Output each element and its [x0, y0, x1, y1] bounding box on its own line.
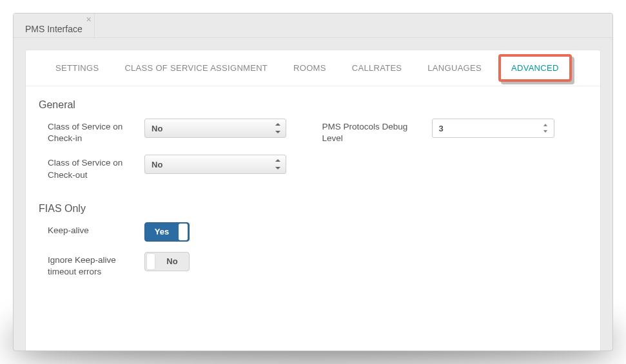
toggle-keepalive-value: Yes — [145, 227, 179, 236]
tab-rooms[interactable]: ROOMS — [284, 57, 335, 79]
tab-languages[interactable]: LANGUAGES — [418, 57, 491, 79]
window: PMS Interface × SETTINGS CLASS OF SERVIC… — [13, 13, 613, 351]
chevron-updown-icon — [275, 160, 280, 169]
nav-tabs: SETTINGS CLASS OF SERVICE ASSIGNMENT ROO… — [26, 50, 600, 86]
chevron-updown-icon — [275, 124, 280, 133]
highlight-advanced: ADVANCED — [498, 54, 572, 82]
content-panel: SETTINGS CLASS OF SERVICE ASSIGNMENT ROO… — [25, 50, 601, 351]
select-cos-checkin[interactable]: No — [144, 119, 286, 138]
label-ignore-keepalive: Ignore Keep-alive timeout errors — [48, 252, 144, 278]
tab-title: PMS Interface — [25, 24, 83, 34]
label-debug-level: PMS Protocols Debug Level — [322, 119, 432, 144]
section-fias-title: FIAS Only — [39, 203, 587, 215]
toggle-knob — [146, 253, 155, 270]
toggle-ignore-keepalive-value: No — [155, 256, 189, 266]
toggle-ignore-keepalive[interactable]: No — [144, 252, 190, 271]
spinner-updown-icon — [543, 124, 549, 133]
close-icon[interactable]: × — [86, 15, 92, 24]
tab-advanced[interactable]: ADVANCED — [509, 59, 562, 77]
window-tab-bar: PMS Interface × — [14, 14, 612, 38]
label-cos-checkin: Class of Service on Check-in — [48, 119, 144, 144]
label-keepalive: Keep-alive — [48, 222, 144, 236]
input-debug-level[interactable]: 3 — [432, 119, 554, 138]
input-debug-level-value: 3 — [439, 124, 444, 133]
tab-callrates[interactable]: CALLRATES — [343, 57, 411, 79]
section-general-title: General — [39, 99, 587, 111]
tab-cos-assignment[interactable]: CLASS OF SERVICE ASSIGNMENT — [115, 57, 277, 79]
select-cos-checkout-value: No — [152, 160, 162, 169]
label-cos-checkout: Class of Service on Check-out — [48, 155, 144, 180]
select-cos-checkin-value: No — [152, 124, 162, 133]
select-cos-checkout[interactable]: No — [144, 155, 286, 174]
tab-settings[interactable]: SETTINGS — [46, 57, 108, 79]
tab-pms-interface[interactable]: PMS Interface × — [14, 14, 95, 37]
toggle-keepalive[interactable]: Yes — [144, 222, 190, 242]
toggle-knob — [179, 224, 188, 240]
form-body: General Class of Service on Check-in No … — [26, 86, 600, 297]
